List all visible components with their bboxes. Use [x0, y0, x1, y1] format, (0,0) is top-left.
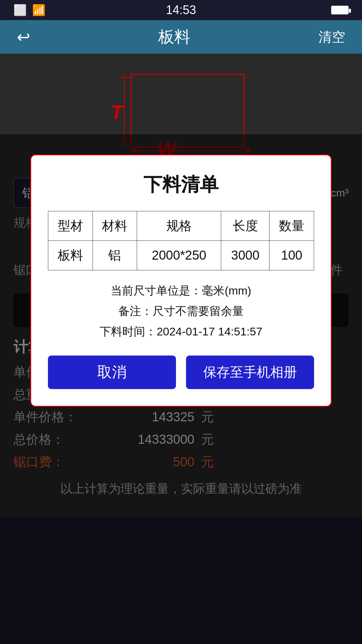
- status-right-icons: [331, 6, 349, 14]
- modal-notes: 当前尺寸单位是：毫米(mm) 备注：尺寸不需要留余量 下料时间：2024-01-…: [48, 280, 314, 342]
- page-title: 板料: [158, 26, 190, 48]
- wifi-icon: 📶: [32, 4, 46, 16]
- col-header-length: 长度: [221, 211, 269, 241]
- modal-overlay: 下料清单 型材 材料 规格 长度 数量 板料 铝 2000*250 3000 1…: [0, 134, 362, 644]
- col-header-type: 型材: [48, 211, 93, 241]
- note-remark: 备注：尺寸不需要留余量: [48, 301, 314, 321]
- col-header-material: 材料: [93, 211, 137, 241]
- cancel-button[interactable]: 取消: [48, 356, 176, 389]
- status-left-icons: ⬜ 📶: [13, 4, 46, 16]
- col-header-spec: 规格: [137, 211, 221, 241]
- cell-spec: 2000*250: [137, 241, 221, 270]
- save-to-album-button[interactable]: 保存至手机相册: [186, 356, 314, 389]
- modal-buttons: 取消 保存至手机相册: [48, 356, 314, 389]
- cell-quantity: 100: [269, 241, 314, 270]
- table-row: 板料 铝 2000*250 3000 100: [48, 241, 314, 270]
- back-button[interactable]: ↩: [17, 28, 30, 46]
- col-header-qty: 数量: [269, 211, 314, 241]
- cell-length: 3000: [221, 241, 269, 270]
- clear-button[interactable]: 清空: [318, 28, 345, 46]
- battery-icon: [331, 6, 349, 14]
- t-label: T: [111, 101, 123, 124]
- top-nav: ↩ 板料 清空: [0, 20, 362, 54]
- status-time: 14:53: [166, 3, 196, 17]
- cutlist-table: 型材 材料 规格 长度 数量 板料 铝 2000*250 3000 100: [48, 211, 314, 270]
- note-unit: 当前尺寸单位是：毫米(mm): [48, 280, 314, 301]
- table-header-row: 型材 材料 规格 长度 数量: [48, 211, 314, 241]
- modal-title: 下料清单: [48, 172, 314, 198]
- cell-material: 铝: [93, 241, 137, 270]
- note-time: 下料时间：2024-01-17 14:51:57: [48, 321, 314, 342]
- screen-icon: ⬜: [13, 4, 27, 16]
- modal-dialog: 下料清单 型材 材料 规格 长度 数量 板料 铝 2000*250 3000 1…: [30, 154, 332, 407]
- cell-type: 板料: [48, 241, 93, 270]
- status-bar: ⬜ 📶 14:53: [0, 0, 362, 20]
